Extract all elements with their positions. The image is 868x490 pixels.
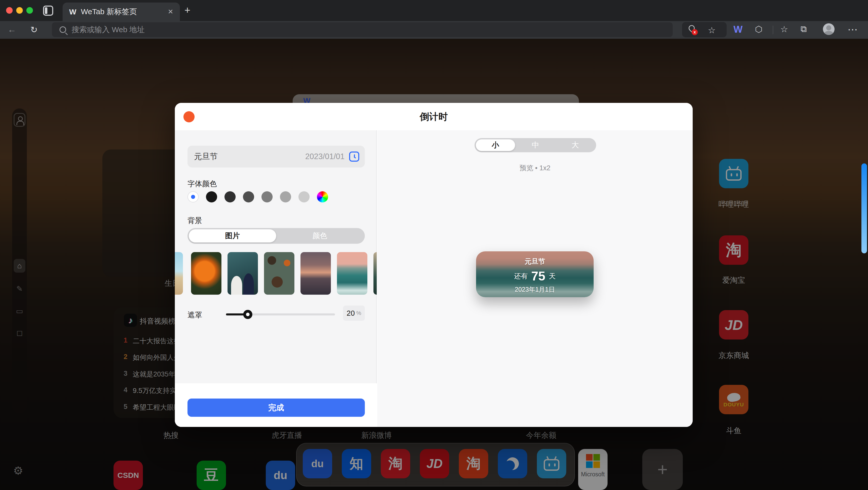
font-color-swatch[interactable] [243, 191, 254, 203]
background-type-tabs: 图片 颜色 [187, 228, 365, 244]
preview-remain-days: 75 [531, 269, 546, 283]
font-color-picker-wheel[interactable] [317, 191, 328, 203]
bg-thumbnail-lake-sunset[interactable] [301, 252, 331, 295]
date-picker-icon[interactable] [349, 152, 359, 162]
preview-title: 元旦节 [476, 257, 594, 266]
size-tab-small[interactable]: 小 [476, 138, 515, 152]
mask-slider-track[interactable] [226, 313, 335, 315]
font-color-label: 字体颜色 [187, 179, 217, 189]
preview-remain-prefix: 还有 [514, 272, 528, 281]
dialog-footer: 完成 [175, 383, 377, 427]
font-color-swatch[interactable] [261, 191, 273, 203]
font-color-swatch[interactable] [206, 191, 217, 203]
mask-label: 遮罩 [187, 310, 202, 320]
preview-caption: 预览 • 1x2 [377, 163, 693, 173]
mask-value-box: 20 % [343, 306, 365, 321]
event-date-value[interactable]: 2023/01/01 [305, 152, 345, 161]
scrollbar-thumb[interactable] [861, 163, 867, 253]
font-color-swatch[interactable] [299, 191, 310, 203]
settings-panel: 元旦节 2023/01/01 字体颜色 背景 图片 颜色 [175, 130, 377, 427]
bg-thumbnail-orange-flower[interactable] [191, 252, 221, 295]
font-color-swatch[interactable] [224, 191, 236, 203]
bg-thumbnail-ocean-wave[interactable] [337, 252, 367, 295]
preview-date: 2023年1月1日 [476, 285, 594, 294]
font-color-swatch[interactable] [280, 191, 291, 203]
bg-thumbnail-wedding-couple[interactable] [227, 252, 258, 295]
event-name-input[interactable]: 元旦节 [194, 151, 305, 162]
size-tabs: 小 中 大 [474, 138, 596, 152]
preview-panel: 小 中 大 预览 • 1x2 元旦节 还有 75 天 2023年1月1日 [377, 130, 693, 427]
preview-remain-suffix: 天 [549, 272, 556, 281]
tab-image[interactable]: 图片 [189, 228, 276, 244]
background-label: 背景 [187, 216, 202, 226]
browser-window: W ⌂ ✎ ▭ ◻ ⊕ ⚙ 小胖达 11月26日 蜡笔小丸子 12月30日 嘎嘎… [0, 0, 868, 490]
bg-thumbnail-partial[interactable] [373, 252, 377, 295]
dialog-title: 倒计时 [175, 111, 693, 123]
done-button[interactable]: 完成 [187, 399, 365, 417]
mask-value: 20 [347, 309, 355, 317]
size-tab-large[interactable]: 大 [556, 138, 595, 152]
mask-unit: % [356, 310, 361, 316]
countdown-dialog: 倒计时 元旦节 2023/01/01 字体颜色 背景 图片 颜色 [175, 103, 693, 427]
size-tab-medium[interactable]: 中 [515, 138, 556, 152]
dialog-header: 倒计时 [175, 103, 693, 130]
countdown-preview-card: 元旦节 还有 75 天 2023年1月1日 [476, 251, 594, 297]
bg-thumbnail-desert-sky[interactable] [175, 252, 183, 295]
event-row[interactable]: 元旦节 2023/01/01 [187, 146, 365, 167]
mask-slider-handle[interactable] [243, 310, 252, 319]
font-color-swatch-selected[interactable] [187, 191, 198, 203]
bg-thumbnail-food-table[interactable] [264, 252, 294, 295]
tab-color[interactable]: 颜色 [276, 228, 364, 244]
